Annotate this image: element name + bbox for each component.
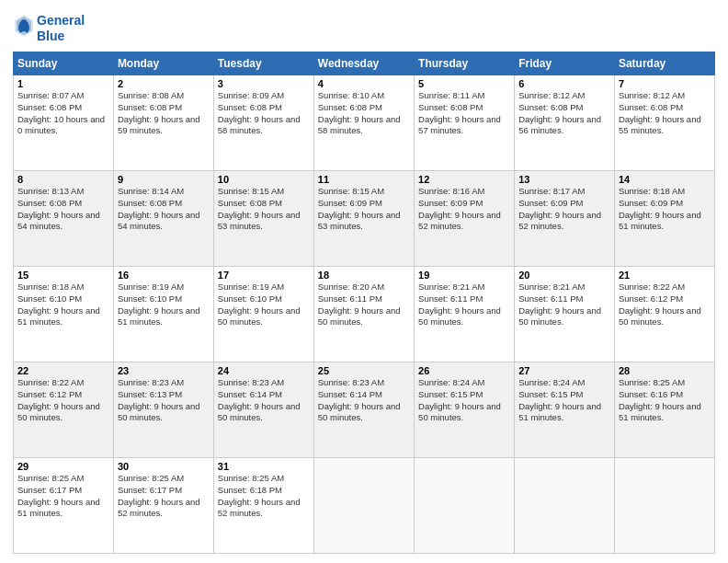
day-info: Sunrise: 8:20 AM Sunset: 6:11 PM Dayligh… <box>318 282 410 328</box>
calendar-cell: 29 Sunrise: 8:25 AM Sunset: 6:17 PM Dayl… <box>14 458 114 554</box>
daylight-label: Daylight: 9 hours and 51 minutes. <box>518 401 601 423</box>
sunset-label: Sunset: 6:14 PM <box>318 389 382 399</box>
day-info: Sunrise: 8:22 AM Sunset: 6:12 PM Dayligh… <box>619 282 711 328</box>
day-info: Sunrise: 8:14 AM Sunset: 6:08 PM Dayligh… <box>118 186 210 233</box>
calendar-cell: 5 Sunrise: 8:11 AM Sunset: 6:08 PM Dayli… <box>415 75 515 171</box>
calendar-cell: 18 Sunrise: 8:20 AM Sunset: 6:11 PM Dayl… <box>313 267 414 362</box>
sunset-label: Sunset: 6:11 PM <box>518 293 583 304</box>
sunrise-label: Sunrise: 8:19 AM <box>218 282 284 292</box>
daylight-label: Daylight: 9 hours and 50 minutes. <box>118 401 200 423</box>
day-number: 20 <box>518 270 610 281</box>
day-number: 3 <box>218 78 310 89</box>
daylight-label: Daylight: 9 hours and 56 minutes. <box>518 114 601 136</box>
day-info: Sunrise: 8:07 AM Sunset: 6:08 PM Dayligh… <box>17 90 109 137</box>
sunset-label: Sunset: 6:11 PM <box>418 293 483 304</box>
calendar-cell: 20 Sunrise: 8:21 AM Sunset: 6:11 PM Dayl… <box>515 267 615 362</box>
calendar-cell: 25 Sunrise: 8:23 AM Sunset: 6:14 PM Dayl… <box>313 362 414 458</box>
day-number: 19 <box>418 270 510 281</box>
sunset-label: Sunset: 6:15 PM <box>518 389 583 399</box>
day-info: Sunrise: 8:25 AM Sunset: 6:17 PM Dayligh… <box>17 473 109 520</box>
day-number: 25 <box>318 365 410 376</box>
day-number: 4 <box>318 78 410 89</box>
sunrise-label: Sunrise: 8:07 AM <box>17 90 84 100</box>
calendar-cell: 2 Sunrise: 8:08 AM Sunset: 6:08 PM Dayli… <box>113 75 213 171</box>
daylight-label: Daylight: 9 hours and 53 minutes. <box>318 210 401 232</box>
sunrise-label: Sunrise: 8:12 AM <box>619 90 685 100</box>
day-info: Sunrise: 8:18 AM Sunset: 6:09 PM Dayligh… <box>619 186 711 233</box>
calendar-cell: 27 Sunrise: 8:24 AM Sunset: 6:15 PM Dayl… <box>515 362 615 458</box>
day-number: 21 <box>619 270 711 281</box>
calendar-cell: 10 Sunrise: 8:15 AM Sunset: 6:08 PM Dayl… <box>213 171 313 267</box>
day-number: 17 <box>218 270 310 281</box>
daylight-label: Daylight: 9 hours and 50 minutes. <box>318 305 401 327</box>
day-number: 18 <box>318 270 410 281</box>
sunset-label: Sunset: 6:10 PM <box>17 293 82 304</box>
sunset-label: Sunset: 6:16 PM <box>619 389 683 399</box>
day-number: 6 <box>518 78 610 89</box>
calendar-cell: 14 Sunrise: 8:18 AM Sunset: 6:09 PM Dayl… <box>614 171 714 267</box>
day-info: Sunrise: 8:19 AM Sunset: 6:10 PM Dayligh… <box>218 282 310 328</box>
calendar-cell: 21 Sunrise: 8:22 AM Sunset: 6:12 PM Dayl… <box>614 267 714 362</box>
sunset-label: Sunset: 6:10 PM <box>118 293 182 304</box>
sunrise-label: Sunrise: 8:23 AM <box>218 377 284 387</box>
sunrise-label: Sunrise: 8:24 AM <box>418 377 484 387</box>
day-number: 22 <box>17 365 109 376</box>
calendar-cell: 24 Sunrise: 8:23 AM Sunset: 6:14 PM Dayl… <box>213 362 313 458</box>
day-number: 30 <box>118 461 210 472</box>
day-number: 13 <box>518 174 610 185</box>
day-number: 8 <box>17 174 109 185</box>
calendar-cell: 16 Sunrise: 8:19 AM Sunset: 6:10 PM Dayl… <box>113 267 213 362</box>
day-info: Sunrise: 8:24 AM Sunset: 6:15 PM Dayligh… <box>518 377 610 424</box>
daylight-label: Daylight: 9 hours and 58 minutes. <box>218 114 301 136</box>
calendar-cell: 23 Sunrise: 8:23 AM Sunset: 6:13 PM Dayl… <box>113 362 213 458</box>
col-header-monday: Monday <box>113 52 213 75</box>
sunrise-label: Sunrise: 8:24 AM <box>518 377 585 387</box>
day-info: Sunrise: 8:17 AM Sunset: 6:09 PM Dayligh… <box>518 186 610 233</box>
calendar-cell: 31 Sunrise: 8:25 AM Sunset: 6:18 PM Dayl… <box>213 458 313 554</box>
daylight-label: Daylight: 9 hours and 51 minutes. <box>17 305 100 327</box>
page: General Blue SundayMondayTuesdayWednesda… <box>0 0 728 563</box>
day-info: Sunrise: 8:22 AM Sunset: 6:12 PM Dayligh… <box>17 377 109 424</box>
day-info: Sunrise: 8:12 AM Sunset: 6:08 PM Dayligh… <box>518 90 610 137</box>
daylight-label: Daylight: 9 hours and 52 minutes. <box>418 210 501 232</box>
sunrise-label: Sunrise: 8:19 AM <box>118 282 184 292</box>
sunset-label: Sunset: 6:08 PM <box>218 198 282 208</box>
daylight-label: Daylight: 10 hours and 0 minutes. <box>17 114 105 136</box>
col-header-sunday: Sunday <box>14 52 114 75</box>
logo-icon <box>13 13 35 40</box>
day-info: Sunrise: 8:15 AM Sunset: 6:09 PM Dayligh… <box>318 186 410 233</box>
sunset-label: Sunset: 6:09 PM <box>619 198 683 208</box>
daylight-label: Daylight: 9 hours and 50 minutes. <box>17 401 100 423</box>
daylight-label: Daylight: 9 hours and 52 minutes. <box>118 497 200 519</box>
week-row-4: 22 Sunrise: 8:22 AM Sunset: 6:12 PM Dayl… <box>14 362 715 458</box>
calendar-cell: 9 Sunrise: 8:14 AM Sunset: 6:08 PM Dayli… <box>113 171 213 267</box>
logo-line2: Blue <box>37 29 85 44</box>
col-header-saturday: Saturday <box>614 52 714 75</box>
day-info: Sunrise: 8:08 AM Sunset: 6:08 PM Dayligh… <box>118 90 210 137</box>
sunrise-label: Sunrise: 8:18 AM <box>619 186 685 196</box>
day-info: Sunrise: 8:21 AM Sunset: 6:11 PM Dayligh… <box>418 282 510 328</box>
day-number: 9 <box>118 174 210 185</box>
daylight-label: Daylight: 9 hours and 50 minutes. <box>518 305 601 327</box>
daylight-label: Daylight: 9 hours and 50 minutes. <box>218 305 301 327</box>
calendar-cell: 19 Sunrise: 8:21 AM Sunset: 6:11 PM Dayl… <box>415 267 515 362</box>
daylight-label: Daylight: 9 hours and 54 minutes. <box>118 210 200 232</box>
day-info: Sunrise: 8:12 AM Sunset: 6:08 PM Dayligh… <box>619 90 711 137</box>
day-number: 24 <box>218 365 310 376</box>
daylight-label: Daylight: 9 hours and 51 minutes. <box>619 210 701 232</box>
sunrise-label: Sunrise: 8:23 AM <box>318 377 384 387</box>
sunset-label: Sunset: 6:09 PM <box>418 198 483 208</box>
daylight-label: Daylight: 9 hours and 54 minutes. <box>17 210 100 232</box>
day-info: Sunrise: 8:23 AM Sunset: 6:13 PM Dayligh… <box>118 377 210 424</box>
col-header-friday: Friday <box>515 52 615 75</box>
sunrise-label: Sunrise: 8:25 AM <box>118 473 184 483</box>
calendar-table: SundayMondayTuesdayWednesdayThursdayFrid… <box>13 52 715 554</box>
sunrise-label: Sunrise: 8:25 AM <box>17 473 84 483</box>
sunrise-label: Sunrise: 8:15 AM <box>318 186 384 196</box>
week-row-1: 1 Sunrise: 8:07 AM Sunset: 6:08 PM Dayli… <box>14 75 715 171</box>
week-row-5: 29 Sunrise: 8:25 AM Sunset: 6:17 PM Dayl… <box>14 458 715 554</box>
daylight-label: Daylight: 9 hours and 59 minutes. <box>118 114 200 136</box>
sunrise-label: Sunrise: 8:08 AM <box>118 90 184 100</box>
sunset-label: Sunset: 6:14 PM <box>218 389 282 399</box>
day-number: 23 <box>118 365 210 376</box>
